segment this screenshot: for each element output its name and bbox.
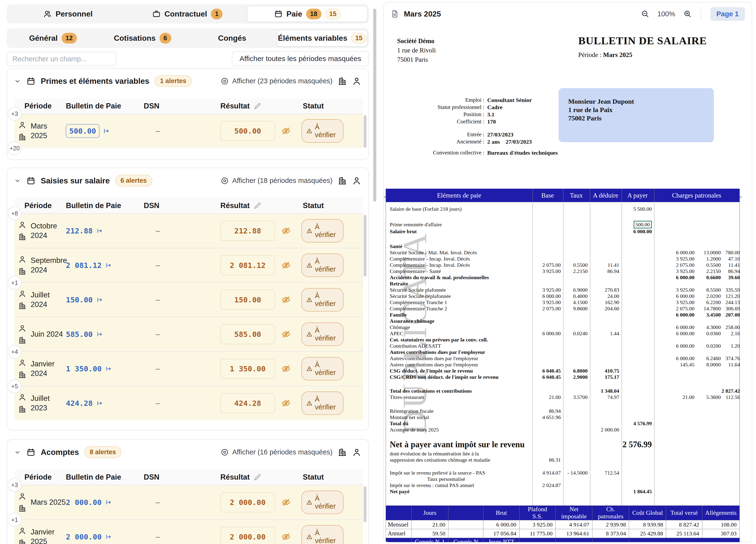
pay-line-label: Total dû bbox=[386, 420, 533, 427]
tab-personnel[interactable]: Personnel bbox=[8, 6, 128, 22]
collapse-toggle[interactable] bbox=[14, 449, 21, 456]
result-box[interactable]: 424.28 bbox=[220, 393, 275, 413]
hide-toggle[interactable] bbox=[281, 498, 291, 507]
pay-line: Famille 6 000.003.4500207.00 bbox=[386, 312, 739, 318]
arrowenter-icon bbox=[96, 331, 103, 338]
left-panel-scrollbar[interactable] bbox=[373, 9, 376, 202]
table-scrollbar[interactable] bbox=[364, 215, 367, 276]
person-icon bbox=[18, 492, 26, 500]
section-table: Période Bulletin de Paie DSN Résultat St… bbox=[14, 198, 363, 420]
bulletin-value-link[interactable]: 150.00 bbox=[66, 295, 93, 304]
company-filter-button[interactable] bbox=[338, 448, 347, 457]
hide-toggle[interactable] bbox=[281, 126, 291, 136]
employee-filter-button[interactable] bbox=[352, 176, 361, 185]
hide-toggle[interactable] bbox=[281, 261, 291, 270]
company-filter-button[interactable] bbox=[338, 176, 347, 185]
bulletin-input[interactable]: 500.00 bbox=[66, 124, 99, 138]
status-cell: À vérifier bbox=[295, 357, 364, 380]
section-table: Période Bulletin de Paie DSN Résultat St… bbox=[14, 98, 363, 148]
status-badge[interactable]: À vérifier bbox=[301, 288, 344, 311]
zoom-out-icon[interactable] bbox=[641, 10, 649, 18]
hide-toggle[interactable] bbox=[281, 295, 291, 304]
alerts-badge: 6 alertes bbox=[115, 175, 152, 187]
table-scrollbar[interactable] bbox=[364, 115, 367, 148]
show-hidden-periods-button[interactable]: Afficher (18 périodes masquées) bbox=[221, 177, 332, 185]
status-badge[interactable]: À vérifier bbox=[301, 491, 344, 514]
show-hidden-periods-button[interactable]: Afficher (23 périodes masquées) bbox=[221, 77, 332, 85]
subtab-cotisations[interactable]: Cotisations6 bbox=[98, 30, 187, 46]
bulletin-value-link[interactable]: 585.00 bbox=[66, 330, 93, 338]
collapse-toggle[interactable] bbox=[14, 78, 21, 85]
status-badge[interactable]: À vérifier bbox=[301, 219, 344, 243]
page-indicator[interactable]: Page 1 bbox=[710, 7, 745, 21]
bulletin-value-link[interactable]: 212.88 bbox=[66, 227, 93, 235]
hidden-periods-bubble[interactable]: +4 bbox=[8, 345, 22, 359]
hidden-periods-bubble[interactable]: +3 bbox=[8, 478, 22, 492]
arrowenter-icon bbox=[96, 296, 103, 303]
pay-line: Impôt sur le revenu prélevé à la source … bbox=[386, 470, 739, 476]
subtab-éléments-variables[interactable]: Éléments variables15 bbox=[277, 30, 367, 46]
status-badge[interactable]: À vérifier bbox=[301, 254, 344, 277]
hide-toggle[interactable] bbox=[281, 364, 291, 373]
hidden-periods-bubble[interactable]: +3 bbox=[8, 107, 22, 121]
bulletin-value-link[interactable]: 2 081.12 bbox=[66, 261, 102, 270]
result-box[interactable]: 150.00 bbox=[220, 290, 275, 310]
info-row: Emploi :Consultant Sénior bbox=[389, 97, 532, 103]
hide-toggle[interactable] bbox=[281, 532, 291, 542]
bulletin-cell: 424.28 bbox=[66, 399, 144, 407]
bulletin-value-link[interactable]: 424.28 bbox=[66, 399, 93, 407]
payer-value: 2 576.99 bbox=[622, 440, 654, 449]
employee-filter-button[interactable] bbox=[352, 77, 361, 86]
pay-table-header: Eléments de paieBaseTauxA déduireA payer… bbox=[386, 189, 739, 202]
leave-header-row: Congés N-1Congés NJours RTT bbox=[386, 538, 740, 543]
search-input[interactable] bbox=[7, 52, 116, 66]
hidden-periods-bubble[interactable]: +8 bbox=[8, 207, 22, 220]
status-badge[interactable]: À vérifier bbox=[301, 322, 344, 346]
status-cell: À vérifier bbox=[295, 219, 364, 243]
tab-contractuel[interactable]: Contractuel1 bbox=[128, 6, 247, 22]
calendar-icon bbox=[274, 10, 283, 18]
arrowenter-icon bbox=[96, 400, 103, 407]
hidden-periods-bubble[interactable]: +1 bbox=[8, 513, 22, 527]
status-badge[interactable]: À vérifier bbox=[301, 391, 344, 415]
zoomin-icon bbox=[683, 10, 692, 18]
pay-line-label: Assurance chômage bbox=[386, 318, 533, 324]
table-scrollbar[interactable] bbox=[364, 486, 367, 522]
bulletin-value-link[interactable]: 2 000.00 bbox=[66, 498, 102, 507]
hide-toggle[interactable] bbox=[281, 329, 291, 339]
bulletin-value-link[interactable]: 1 350.00 bbox=[66, 364, 102, 373]
tab-badge: 1 bbox=[211, 9, 223, 19]
result-box[interactable]: 212.88 bbox=[220, 221, 275, 241]
result-box[interactable]: 500.00 bbox=[220, 121, 275, 141]
result-box[interactable]: 2 000.00 bbox=[220, 527, 275, 544]
zoom-in-icon[interactable] bbox=[683, 10, 692, 18]
hidden-periods-bubble[interactable]: +5 bbox=[8, 379, 22, 393]
company-filter-button[interactable] bbox=[338, 77, 347, 86]
result-box[interactable]: 585.00 bbox=[220, 324, 275, 344]
hide-toggle[interactable] bbox=[281, 226, 291, 236]
hide-toggle[interactable] bbox=[281, 398, 291, 408]
collapse-toggle[interactable] bbox=[14, 177, 21, 184]
chevron-icon bbox=[14, 78, 21, 85]
bulletin-value-link[interactable]: 2 000.00 bbox=[66, 532, 102, 541]
show-all-periods-button[interactable]: Afficher toutes les périodes masquées bbox=[232, 51, 369, 66]
hidden-periods-bubble[interactable]: +20 bbox=[8, 141, 22, 155]
subtab-général[interactable]: Général12 bbox=[8, 30, 98, 46]
result-box[interactable]: 2 000.00 bbox=[220, 492, 275, 512]
status-badge[interactable]: À vérifier bbox=[301, 525, 344, 544]
result-box[interactable]: 2 081.12 bbox=[220, 255, 275, 275]
pay-line: Assurance chômage bbox=[386, 318, 739, 324]
calendar-icon bbox=[26, 448, 35, 457]
hidden-periods-bubble[interactable]: +1 bbox=[8, 276, 22, 290]
edited-amount-highlight[interactable]: 500.00 bbox=[634, 221, 652, 229]
pay-line: CSG/CRDS non déduct. de l'impôt sur le r… bbox=[386, 374, 739, 380]
show-hidden-periods-button[interactable]: Afficher (16 périodes masquées) bbox=[221, 448, 332, 456]
status-badge[interactable]: À vérifier bbox=[301, 119, 344, 143]
pay-line-label: Taux personnalisé bbox=[386, 476, 533, 482]
subtab-congés[interactable]: Congés bbox=[187, 30, 277, 46]
warn-icon bbox=[306, 331, 313, 338]
employee-filter-button[interactable] bbox=[352, 448, 361, 457]
status-badge[interactable]: À vérifier bbox=[301, 357, 344, 380]
result-box[interactable]: 1 350.00 bbox=[220, 359, 275, 379]
tab-paie[interactable]: Paie1815 bbox=[247, 6, 367, 22]
